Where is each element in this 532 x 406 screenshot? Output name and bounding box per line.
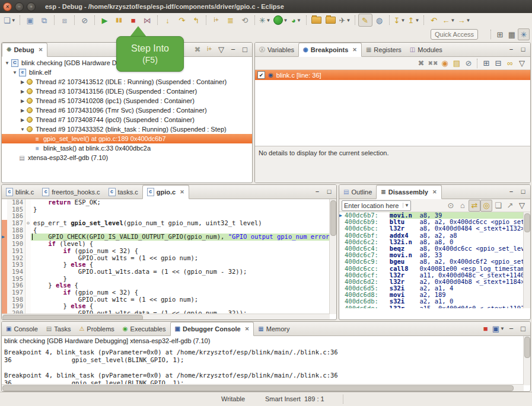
editor-annotation-column[interactable] [2,206,7,213]
tab-executables[interactable]: ◉Executables [119,322,170,335]
tab-gpio-c[interactable]: cgpio.c✕ [142,185,189,199]
address-lock-icon[interactable]: ⊙ [445,200,457,212]
minimize-icon[interactable]: − [311,186,323,197]
debug-tree-item[interactable]: ▤xtensa-esp32-elf-gdb (7.10) [2,153,252,162]
code-text[interactable]: { [31,227,330,234]
back-icon[interactable]: ←▼ [441,14,457,27]
maximize-icon[interactable]: □ [239,43,251,55]
tab-tasks[interactable]: ▤Tasks [42,322,75,335]
instruction-stepping-icon[interactable]: i+ [209,14,224,27]
tree-collapsed-icon[interactable]: ▶ [20,108,26,113]
display-selected-console-icon[interactable]: ▣▼ [492,322,505,334]
editor-vertical-scrollbar[interactable] [329,199,336,314]
tree-collapsed-icon[interactable]: ▶ [20,98,26,104]
editor-annotation-column[interactable] [2,255,7,262]
code-line[interactable]: 185} [2,206,330,213]
debug-tree-item[interactable]: ▼Thread #9 1073433352 (blink_task : Runn… [2,124,252,134]
tab-problems[interactable]: ⚠Problems [75,322,118,335]
chevron-down-icon[interactable]: ▼ [283,18,288,23]
tab-variables[interactable]: ⓧVariables [255,43,298,56]
track-expression-icon[interactable]: ◎ [480,200,492,212]
launch-icon[interactable]: ✈▼ [338,14,352,27]
chevron-down-icon[interactable]: ▼ [466,18,470,23]
code-line[interactable]: 192 GPIO.out_w1ts = (1 << gpio_num); [2,255,330,262]
editor-annotation-column[interactable] [2,261,7,268]
fold-marker-icon[interactable]: ⊖ [26,220,31,227]
code-text[interactable]: GPIO.out_w1tc = (1 << gpio_num); [31,296,330,303]
debug-tree-item[interactable]: ▶Thread #5 1073410208 (ipc1) (Suspended … [2,96,252,106]
scrollbar-thumb[interactable] [524,213,530,232]
editor-annotation-column[interactable] [2,276,7,283]
editor-annotation-column[interactable] [2,199,7,206]
chevron-down-icon[interactable]: ▼ [400,18,405,23]
scrollbar-thumb[interactable] [330,200,336,236]
chevron-down-icon[interactable]: ▼ [415,18,419,23]
location-input[interactable]: Enter location here ▼ [342,200,411,211]
tab-outline[interactable]: ▤Outline [339,185,376,199]
terminate-icon[interactable]: ■ [480,322,492,334]
code-line[interactable]: 184 return ESP_OK; [2,199,330,206]
maximize-icon[interactable]: □ [323,186,335,197]
mark-occurrences-icon[interactable]: ✎ [358,14,372,27]
tree-expanded-icon[interactable]: ▼ [12,70,18,75]
code-line[interactable]: 199 } else { [2,303,330,310]
line-number[interactable]: 197 [7,289,26,296]
line-number[interactable]: 194 [7,268,26,276]
next-annotation-icon[interactable]: ↧▼ [393,14,407,27]
editor-horizontal-scrollbar[interactable] [2,314,330,320]
code-text[interactable]: } [31,276,330,283]
line-number[interactable]: 191 [7,248,26,255]
window-close-icon[interactable]: ✕ [3,2,12,11]
forward-icon[interactable]: →▼ [456,14,472,27]
resume-icon[interactable]: ▶ [98,14,112,27]
code-line[interactable]: 196 } else { [2,282,330,289]
profile-icon[interactable]: ◕▼ [289,14,304,27]
tab-memory[interactable]: ▦Memory [254,322,294,335]
save-icon[interactable]: ▣ [23,14,37,27]
editor-annotation-column[interactable] [2,227,7,234]
debug-tree-item[interactable]: ▶Thread #7 1073408744 (ipc0) (Suspended … [2,115,252,124]
code-line[interactable]: ▶189 GPIO_CHECK(GPIO_IS_VALID_OUTPUT_GPI… [2,234,330,241]
tab-tasks-c[interactable]: ctasks.c [104,185,142,199]
breakpoint-row[interactable]: ✔ ◉ blink.c [line: 36] [255,70,530,80]
tab-breakpoints[interactable]: ◉Breakpoints✕ [298,43,362,57]
code-line[interactable]: 187⊖esp_err_t gpio_set_level(gpio_num_t … [2,220,330,227]
suspend-icon[interactable]: ▮▮ [112,14,126,27]
minimize-icon[interactable]: − [227,43,239,55]
editor-annotation-column[interactable] [2,241,7,248]
chevron-down-icon[interactable]: ▼ [500,326,505,331]
minimize-icon[interactable]: − [505,43,517,55]
quick-access-field[interactable]: Quick Access [431,29,478,40]
show-source-icon[interactable]: ⇄ [469,200,480,212]
restart-icon[interactable]: ⟲ [238,14,252,27]
code-line[interactable]: 195 } [2,276,330,283]
debug-tree-item[interactable]: ▶Thread #2 1073413512 (IDLE : Running) (… [2,77,252,87]
chevron-down-icon[interactable]: ▼ [297,18,301,23]
code-text[interactable]: esp_err_t gpio_set_level(gpio_num_t gpio… [31,220,330,227]
show-breakpoints-for-selection-icon[interactable]: ◉ [439,57,451,69]
cpp-perspective-icon[interactable]: ▦ [506,28,518,40]
debug-tree-item[interactable]: ≡blink_task() at blink.c:33 0x400dbc2a [2,143,252,153]
tab-blink-c[interactable]: cblink.c [2,185,38,199]
scrollbar-thumb[interactable] [2,385,514,391]
line-number[interactable]: 184 [7,199,26,206]
maximize-icon[interactable]: □ [517,186,529,197]
close-icon[interactable]: ✕ [432,189,437,195]
last-edit-location-icon[interactable]: ↶ [427,14,441,27]
code-text[interactable]: } else { [31,261,330,268]
close-icon[interactable]: ✕ [352,47,357,53]
editor-annotation-column[interactable] [2,303,7,310]
close-icon[interactable]: ✕ [245,326,250,332]
editor-annotation-column[interactable] [2,268,7,276]
tree-collapsed-icon[interactable]: ▶ [20,89,26,94]
editor-annotation-column[interactable] [2,220,7,227]
chevron-down-icon[interactable]: ▼ [403,203,410,208]
code-text[interactable]: if (level) { [31,241,330,248]
editor-annotation-column[interactable] [2,248,7,255]
run-icon[interactable]: ▼ [272,14,289,27]
console-vertical-scrollbar[interactable] [523,336,530,385]
code-line[interactable]: 194 GPIO.out1_w1ts.data = (1 << (gpio_nu… [2,268,330,276]
view-menu-icon[interactable]: ▽ [215,43,227,55]
window-maximize-icon[interactable]: + [27,2,36,11]
go-to-file-for-breakpoint-icon[interactable]: ▤ [451,57,463,69]
